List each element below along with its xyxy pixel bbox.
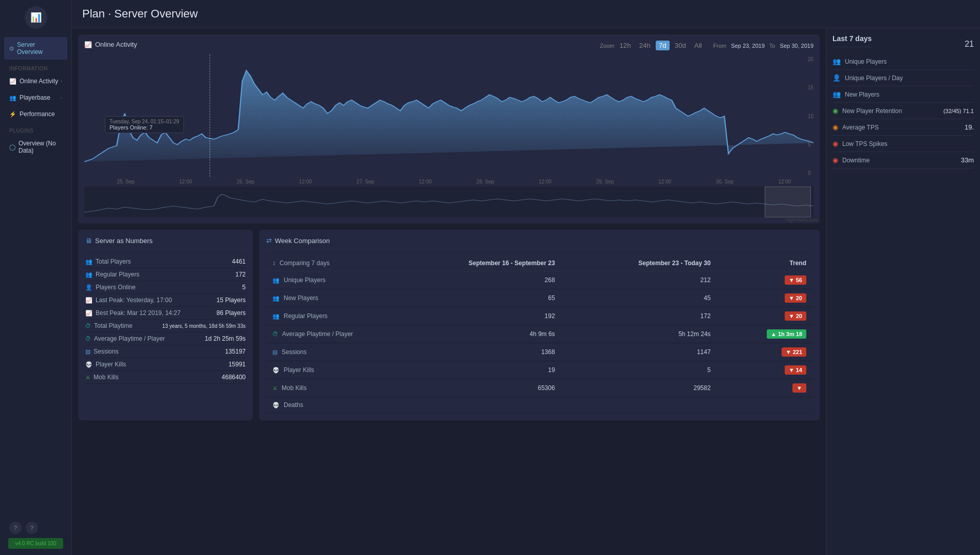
week-comparison-title: ⇄ Week Comparison <box>266 237 812 249</box>
row-label: Mob Kills <box>282 384 307 392</box>
avg-playtime-icon: ⏱ <box>85 336 91 342</box>
stat-sessions: ▤ Sessions 135197 <box>85 345 246 358</box>
avg-playtime-value: 1d 2h 25m 59s <box>205 335 246 342</box>
sidebar: 📊 ⊙ Server Overview INFORMATION 📈 Online… <box>0 0 72 555</box>
table-row: 👥 New Players 65 45 ▼ 20 <box>266 289 812 307</box>
zoom-7d[interactable]: 7d <box>656 41 670 50</box>
row-icon: 👥 <box>272 313 280 320</box>
row-val2 <box>561 397 717 413</box>
mini-chart-svg <box>84 187 813 217</box>
zoom-24h[interactable]: 24h <box>636 41 654 50</box>
last-peak-value: 15 Players <box>216 297 246 304</box>
chart-y-labels: 20 15 10 5 0 <box>808 54 813 178</box>
row-val2: 5 <box>561 361 717 379</box>
comparing-label: Comparing 7 days <box>280 260 329 267</box>
zoom-30d[interactable]: 30d <box>672 41 689 50</box>
version-button[interactable]: v4.0 RC build 100 <box>8 538 63 549</box>
row-label: Sessions <box>282 348 307 356</box>
comparison-table: ↕ Comparing 7 days September 16 - Septem… <box>266 255 812 413</box>
sidebar-item-performance[interactable]: ⚡ Performance <box>4 106 67 122</box>
row-label: Average Playtime / Player <box>282 330 353 338</box>
stat-total-players: 👥 Total Players 4461 <box>85 255 246 268</box>
best-peak-icon: 📈 <box>85 310 93 317</box>
y-label-15: 15 <box>808 85 813 90</box>
row-icon: 👥 <box>272 277 280 284</box>
sidebar-item-label: Performance <box>20 110 55 118</box>
center-panel: 📈 Online Activity Zoom 12h 24h 7d 30d Al… <box>72 28 826 555</box>
total-playtime-icon: ⏱ <box>85 323 91 329</box>
right-downtime-value: 33m <box>961 156 974 164</box>
mini-chart-container <box>84 187 813 217</box>
trend-badge: ▼ <box>792 383 806 393</box>
week-comparison-label: Week Comparison <box>275 237 330 245</box>
trend-badge: ▲ 1h 3m 18 <box>767 329 806 339</box>
best-peak-value: 86 Players <box>216 309 246 317</box>
row-val1: 4h 9m 6s <box>379 325 561 343</box>
sidebar-item-playerbase[interactable]: 👥 Playerbase › <box>4 90 67 105</box>
row-val1: 65306 <box>379 379 561 397</box>
row-icon: ⏱ <box>272 331 278 337</box>
sidebar-item-overview-no-data[interactable]: ◯ Overview (No Data) <box>4 136 67 158</box>
player-kills-value: 15991 <box>229 361 246 368</box>
right-panel: Last 7 days 21 👥 Unique Players 👤 Unique… <box>826 28 980 555</box>
server-numbers-icon: 🖥 <box>85 237 92 245</box>
total-playtime-label: Total Playtime <box>94 322 133 329</box>
best-peak-label: Best Peak: Mar 12 2019, 14:27 <box>96 309 180 317</box>
online-activity-icon: 📈 <box>9 78 16 85</box>
row-icon: 💀 <box>272 367 280 374</box>
highcharts-credit: Highcharts.com <box>785 217 818 223</box>
info-icon[interactable]: ? <box>26 522 38 534</box>
players-online-value: 5 <box>242 284 246 291</box>
stat-total-playtime: ⏱ Total Playtime 13 years, 5 months, 18d… <box>85 320 246 332</box>
mini-chart-handle[interactable] <box>765 187 811 217</box>
sessions-label: Sessions <box>94 348 119 355</box>
zoom-12h[interactable]: 12h <box>616 41 634 50</box>
total-players-value: 4461 <box>232 258 246 265</box>
trend-badge: ▼ 221 <box>782 347 806 357</box>
row-trend: ▼ <box>717 379 812 397</box>
right-stat-avg-tps: ◉ Average TPS 19. <box>833 119 974 136</box>
trend-badge: ▼ 20 <box>785 311 806 321</box>
content-area: 📈 Online Activity Zoom 12h 24h 7d 30d Al… <box>72 28 980 555</box>
sessions-value: 135197 <box>225 348 246 355</box>
x-label-4: 12:00 <box>299 179 312 184</box>
row-val1: 65 <box>379 289 561 307</box>
sidebar-section-information: INFORMATION <box>4 61 67 73</box>
help-icon[interactable]: ? <box>9 522 22 534</box>
total-playtime-value: 13 years, 5 months, 18d 5h 59m 33s <box>162 323 246 329</box>
row-label: Deaths <box>284 401 303 409</box>
row-val2: 172 <box>561 307 717 325</box>
sidebar-item-online-activity[interactable]: 📈 Online Activity › <box>4 73 67 89</box>
row-icon: 👥 <box>272 295 280 302</box>
row-trend: ▼ 221 <box>717 343 812 361</box>
mob-kills-icon: ⚔ <box>85 374 90 381</box>
right-retention-icon: ◉ <box>833 107 838 115</box>
table-row: 💀 Deaths <box>266 397 812 413</box>
table-row: ⏱ Average Playtime / Player 4h 9m 6s 5h … <box>266 325 812 343</box>
zoom-all[interactable]: All <box>691 41 705 50</box>
row-val1 <box>379 397 561 413</box>
mob-kills-label: Mob Kills <box>94 374 119 381</box>
page-header: Plan · Server Overview <box>72 0 980 28</box>
y-label-5: 5 <box>808 142 813 147</box>
row-trend: ▼ 20 <box>717 307 812 325</box>
x-label-12: 12:00 <box>778 179 791 184</box>
row-trend: ▲ 1h 3m 18 <box>717 325 812 343</box>
sidebar-navigation: ⊙ Server Overview INFORMATION 📈 Online A… <box>0 37 71 159</box>
row-val1: 1368 <box>379 343 561 361</box>
sessions-icon: ▤ <box>85 348 90 355</box>
mob-kills-value: 4686400 <box>221 374 246 381</box>
stat-regular-players: 👥 Regular Players 172 <box>85 268 246 281</box>
col1-header: September 16 - September 23 <box>379 255 561 271</box>
trend-badge: ▼ 56 <box>785 275 806 285</box>
chart-title-icon: 📈 <box>84 41 92 48</box>
right-avg-tps-label: Average TPS <box>842 124 879 131</box>
y-label-10: 10 <box>808 114 813 119</box>
row-trend: ▼ 56 <box>717 271 812 289</box>
players-online-label: Players Online <box>96 284 136 291</box>
sidebar-section-plugins: PLUGINS <box>4 123 67 136</box>
stat-best-peak: 📈 Best Peak: Mar 12 2019, 14:27 86 Playe… <box>85 307 246 320</box>
chart-title-text: Online Activity <box>95 41 137 48</box>
row-val1: 192 <box>379 307 561 325</box>
sidebar-item-server-overview[interactable]: ⊙ Server Overview <box>4 37 67 60</box>
